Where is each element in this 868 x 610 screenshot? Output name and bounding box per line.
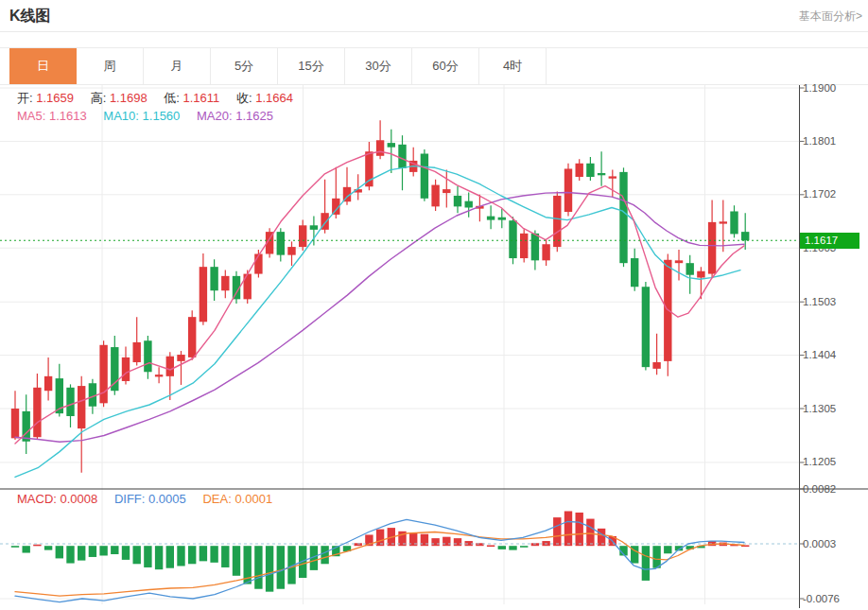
macd-bar bbox=[509, 546, 516, 549]
macd-bar bbox=[23, 546, 30, 552]
candle bbox=[697, 267, 704, 299]
tab-interval-6[interactable]: 60分 bbox=[412, 48, 479, 84]
candle bbox=[78, 376, 85, 473]
tab-interval-0[interactable]: 日 bbox=[9, 48, 77, 84]
interval-tabs: 日周月5分15分30分60分4时 bbox=[9, 48, 547, 84]
candle bbox=[210, 259, 217, 301]
candle bbox=[652, 334, 660, 375]
candle bbox=[33, 374, 41, 440]
high-value: 1.1698 bbox=[110, 91, 148, 105]
candle bbox=[133, 317, 141, 365]
candle bbox=[598, 151, 605, 185]
candle bbox=[398, 135, 406, 190]
macd-bar bbox=[321, 546, 328, 564]
tab-interval-4[interactable]: 15分 bbox=[278, 48, 345, 84]
macd-tick-2: -0.0076 bbox=[803, 593, 865, 605]
open-value: 1.1659 bbox=[36, 91, 74, 105]
candle bbox=[376, 120, 384, 159]
macd-bar bbox=[233, 546, 240, 576]
candle bbox=[44, 357, 52, 401]
candle bbox=[388, 130, 395, 173]
candle bbox=[564, 164, 572, 217]
candle bbox=[431, 180, 439, 211]
candle bbox=[730, 205, 738, 237]
dea-value: 0.0001 bbox=[234, 492, 272, 506]
macd-bar bbox=[642, 546, 650, 581]
price-tick-1: 1.1801 bbox=[803, 135, 865, 148]
price-tick-4: 1.1503 bbox=[803, 296, 865, 308]
tab-interval-5[interactable]: 30分 bbox=[345, 48, 412, 84]
macd-bar bbox=[254, 546, 262, 589]
candle bbox=[166, 352, 174, 400]
candle bbox=[144, 336, 151, 379]
macd-bar bbox=[443, 537, 450, 547]
price-tick-0: 1.1900 bbox=[803, 82, 865, 95]
macd-bar bbox=[487, 545, 495, 547]
macd-bar bbox=[89, 546, 96, 557]
macd-bar bbox=[188, 546, 196, 564]
candle bbox=[310, 217, 318, 246]
macd-tick-1: 0.0003 bbox=[803, 538, 865, 550]
candle bbox=[277, 228, 285, 261]
candle bbox=[720, 200, 727, 253]
macd-bar bbox=[210, 546, 217, 563]
price-tick-2: 1.1702 bbox=[803, 188, 865, 200]
kline-chart[interactable]: 开: 1.1659 高: 1.1698 低: 1.1611 收: 1.1664 … bbox=[0, 83, 868, 610]
candle bbox=[11, 391, 19, 440]
candle bbox=[454, 186, 461, 213]
macd-bar bbox=[155, 546, 163, 569]
candle bbox=[487, 205, 495, 229]
macd-bar bbox=[99, 546, 107, 555]
ma20-label: MA20: bbox=[197, 109, 233, 123]
macd-bar bbox=[652, 546, 660, 567]
tab-interval-7[interactable]: 4时 bbox=[479, 48, 547, 84]
candle bbox=[221, 270, 229, 299]
candle bbox=[520, 229, 528, 262]
candle bbox=[443, 170, 450, 208]
ohlc-readout: 开: 1.1659 高: 1.1698 低: 1.1611 收: 1.1664 bbox=[17, 90, 306, 107]
candle bbox=[708, 200, 716, 278]
macd-bar bbox=[498, 546, 506, 549]
ma5-value: 1.1613 bbox=[49, 109, 87, 123]
candle bbox=[200, 253, 207, 325]
macd-bar bbox=[564, 511, 572, 546]
tab-interval-3[interactable]: 5分 bbox=[211, 48, 278, 84]
candle bbox=[122, 346, 130, 384]
macd-bar bbox=[166, 546, 174, 567]
candle bbox=[586, 157, 594, 181]
macd-bar bbox=[33, 545, 41, 547]
ma10-label: MA10: bbox=[103, 109, 139, 123]
macd-bar bbox=[200, 546, 207, 561]
low-label: 低: bbox=[164, 91, 180, 105]
tab-interval-2[interactable]: 月 bbox=[144, 48, 211, 84]
macd-bar bbox=[221, 546, 229, 567]
ma-readout: MA5: 1.1613 MA10: 1.1560 MA20: 1.1625 bbox=[17, 109, 286, 123]
candle bbox=[664, 253, 671, 375]
macd-bar bbox=[11, 546, 19, 548]
candle bbox=[465, 193, 473, 218]
tab-interval-1[interactable]: 周 bbox=[77, 48, 144, 84]
candle bbox=[177, 351, 184, 385]
diff-value: 0.0005 bbox=[148, 492, 186, 506]
fundamental-analysis-link[interactable]: 基本面分析> bbox=[799, 9, 862, 25]
ma5-label: MA5: bbox=[17, 109, 45, 123]
price-tick-6: 1.1305 bbox=[803, 403, 865, 415]
candle bbox=[421, 149, 428, 201]
price-tick-5: 1.1404 bbox=[803, 349, 865, 361]
candle bbox=[155, 367, 163, 383]
macd-bar bbox=[454, 538, 461, 546]
candle bbox=[23, 394, 30, 454]
macd-tick-0: 0.0082 bbox=[803, 483, 865, 496]
macd-bar bbox=[78, 546, 85, 560]
macd-bar bbox=[133, 546, 141, 564]
low-value: 1.1611 bbox=[183, 91, 220, 105]
candle bbox=[542, 240, 549, 266]
macd-bar bbox=[266, 546, 273, 591]
macd-bar bbox=[56, 546, 63, 558]
macd-label: MACD: bbox=[17, 492, 57, 506]
chart-canvas[interactable] bbox=[0, 83, 868, 610]
candle bbox=[686, 255, 694, 294]
high-label: 高: bbox=[91, 91, 107, 105]
macd-bar bbox=[576, 513, 583, 546]
macd-bar bbox=[431, 538, 439, 546]
